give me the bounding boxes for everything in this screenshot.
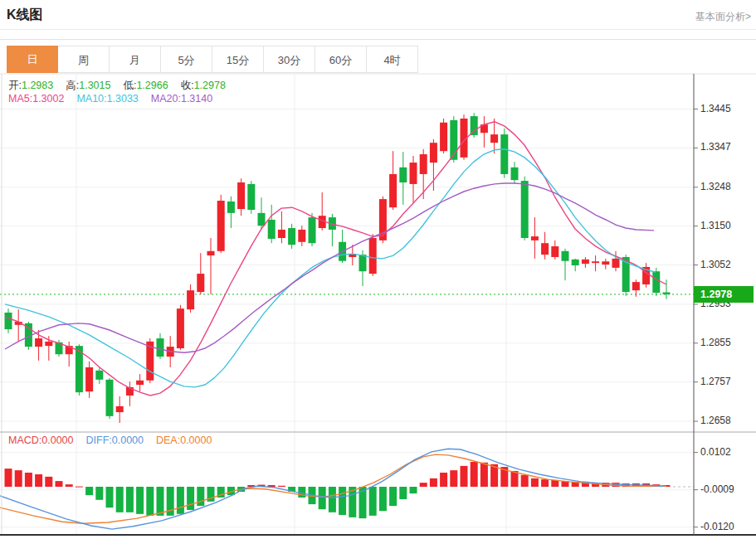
legend-item: MA5:1.3002 xyxy=(8,93,64,104)
macd-bar-negative xyxy=(329,487,336,512)
candle-body-up xyxy=(531,236,539,240)
macd-bar-positive xyxy=(15,470,22,487)
candle-body-up xyxy=(632,282,640,290)
candle-body-down xyxy=(500,134,508,174)
macd-bar-positive xyxy=(461,466,468,487)
legend-item: 开:1.2983 xyxy=(8,79,53,93)
macd-bar-positive xyxy=(25,473,32,487)
legend-item: 收:1.2978 xyxy=(181,79,226,93)
candle-body-up xyxy=(410,163,417,184)
candle-body-down xyxy=(652,271,660,293)
macd-bar-negative xyxy=(146,487,154,516)
legend-item: MACD:0.0000 xyxy=(8,435,74,446)
candle-body-up xyxy=(389,174,397,207)
macd-bar-positive xyxy=(56,481,63,487)
candle-body-up xyxy=(35,338,42,347)
macd-bar-positive xyxy=(45,477,52,487)
candle-body-down xyxy=(247,184,255,210)
candle-body-down xyxy=(258,213,266,226)
candle-body-down xyxy=(359,255,367,271)
candle-body-up xyxy=(197,274,204,292)
macd-bar-negative xyxy=(95,487,103,500)
candle-body-up xyxy=(298,230,305,242)
candle-body-up xyxy=(369,238,377,274)
macd-bar-negative xyxy=(339,487,346,515)
ma-legend: MA5:1.3002MA10:1.3033MA20:1.3140 xyxy=(8,93,212,104)
candle-body-down xyxy=(309,217,316,243)
macd-bar-negative xyxy=(126,487,134,512)
macd-bar-negative xyxy=(389,487,397,506)
price-axis-label: 1.2658 xyxy=(700,415,731,426)
macd-bar-positive xyxy=(430,478,437,487)
candle-body-up xyxy=(278,230,285,238)
macd-bar-negative xyxy=(369,487,377,516)
macd-bar-positive xyxy=(5,469,12,487)
legend-item: MA20:1.3140 xyxy=(151,93,212,104)
candle-body-down xyxy=(95,371,103,380)
macd-bar-positive xyxy=(521,475,529,487)
macd-bar-positive xyxy=(278,486,285,487)
price-axis-label: 1.3150 xyxy=(700,220,731,231)
candle-body-up xyxy=(187,290,194,309)
candle-body-up xyxy=(85,367,93,391)
price-axis-label: 1.3052 xyxy=(700,259,731,270)
candle-body-up xyxy=(237,182,245,209)
macd-bar-positive xyxy=(440,473,447,487)
macd-bar-negative xyxy=(85,487,93,495)
legend-item: MA10:1.3033 xyxy=(76,93,138,104)
legend-item: 低:1.2966 xyxy=(123,79,168,93)
candle-body-up xyxy=(217,201,225,251)
current-price-badge: 1.2978 xyxy=(694,286,754,303)
macd-bar-positive xyxy=(531,478,539,487)
macd-bar-negative xyxy=(410,487,417,493)
candle-body-up xyxy=(582,260,589,264)
legend-item: DEA:0.0000 xyxy=(156,435,212,446)
macd-bar-positive xyxy=(541,479,549,487)
macd-bar-negative xyxy=(187,487,194,510)
legend-item: DIFF:0.0000 xyxy=(86,435,144,446)
candle-body-down xyxy=(288,228,295,245)
candle-body-down xyxy=(157,338,164,357)
candle-body-down xyxy=(663,293,671,294)
price-axis-label: -0.0120 xyxy=(700,521,734,532)
candle-body-up xyxy=(592,261,599,263)
macd-bar-negative xyxy=(319,487,326,509)
macd-bar-positive xyxy=(66,484,73,487)
candle-body-up xyxy=(420,154,427,174)
candle-body-down xyxy=(572,260,579,265)
macd-bar-negative xyxy=(399,487,407,499)
price-axis-label: 1.2855 xyxy=(700,337,731,348)
ma10-line xyxy=(5,149,656,387)
macd-bar-negative xyxy=(379,487,387,511)
macd-bar-positive xyxy=(480,463,488,487)
candle-body-up xyxy=(541,243,549,255)
price-axis-label: 1.3248 xyxy=(700,181,731,192)
kline-app: K线图 基本面分析> 日周月5分15分30分60分4时 开:1.2983高:1.… xyxy=(0,0,756,539)
candle-body-up xyxy=(612,259,620,268)
candle-body-down xyxy=(562,251,569,261)
macd-bar-positive xyxy=(35,474,42,487)
candle-body-down xyxy=(521,181,529,238)
macd-bar-positive xyxy=(471,462,478,487)
candle-body-up xyxy=(440,123,447,151)
candle-body-down xyxy=(5,313,12,329)
macd-bar-positive xyxy=(76,487,83,488)
candle-body-down xyxy=(399,168,407,182)
candle-body-up xyxy=(551,246,558,257)
candle-body-up xyxy=(430,143,437,163)
candle-body-up xyxy=(207,251,215,255)
macd-bar-negative xyxy=(136,487,144,514)
candle-body-up xyxy=(602,261,609,265)
price-axis-label: 1.2757 xyxy=(700,376,731,387)
legend-item: 高:1.3015 xyxy=(66,79,110,93)
candle-body-down xyxy=(106,380,114,416)
macd-bar-positive xyxy=(450,470,457,487)
price-axis-label: 1.3445 xyxy=(700,103,731,114)
price-axis-label: 0.0102 xyxy=(700,446,731,458)
candle-body-down xyxy=(471,116,478,135)
candle-body-up xyxy=(490,134,498,143)
macd-bar-negative xyxy=(116,487,124,512)
macd-bar-negative xyxy=(177,487,184,514)
candle-body-down xyxy=(511,168,519,180)
candle-body-up xyxy=(136,381,144,385)
